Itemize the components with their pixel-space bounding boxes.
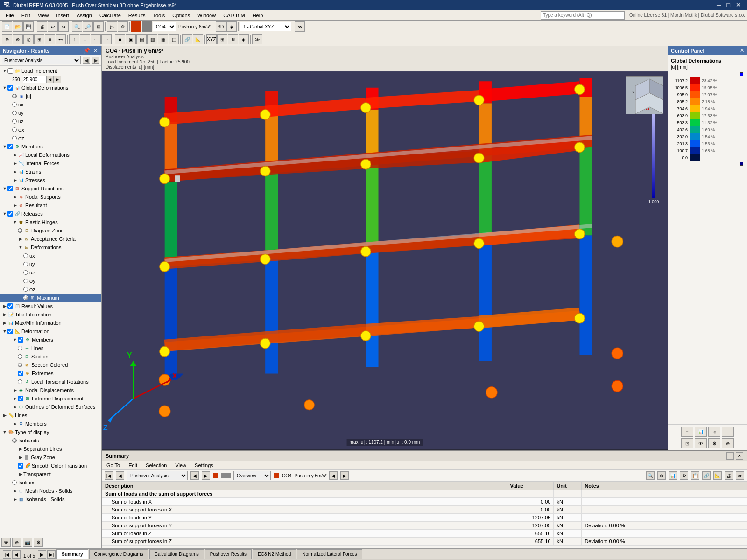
expand-icon[interactable]: ▶ <box>12 404 18 410</box>
tb-zoom-in[interactable]: 🔍 <box>72 21 82 32</box>
tb2-8[interactable]: ↓ <box>80 34 90 44</box>
tree-section[interactable]: ⊡ Section <box>0 352 101 361</box>
tb-print[interactable]: 🖨 <box>37 21 47 32</box>
expand-icon[interactable]: ▶ <box>12 421 18 427</box>
cp-btn-list[interactable]: ≋ <box>708 427 720 437</box>
nav-btn-settings[interactable]: ⚙ <box>34 538 43 547</box>
expand-icon[interactable]: ▼ <box>12 337 18 343</box>
extremes-checkbox[interactable] <box>18 371 23 376</box>
expand-icon[interactable]: ▶ <box>18 471 23 477</box>
tree-transparent[interactable]: ▶ Transparent <box>0 470 101 478</box>
expand-icon[interactable]: ▼ <box>2 211 7 217</box>
expand-icon[interactable]: ▶ <box>2 413 7 418</box>
tb-fit[interactable]: ⊞ <box>93 21 104 32</box>
window-controls[interactable]: ─ □ ✕ <box>714 0 743 10</box>
tab-ec8[interactable]: EC8 N2 Method <box>253 549 296 559</box>
tb2-more[interactable]: ≫ <box>252 34 262 44</box>
releases-checkbox[interactable] <box>7 211 13 217</box>
tree-strains[interactable]: ▶ 📊 Strains <box>0 168 101 176</box>
tree-isolines[interactable]: Isolines <box>0 478 101 487</box>
bp-analysis-select[interactable]: Pushover Analysis <box>127 471 188 480</box>
radio-phiz[interactable] <box>12 136 17 140</box>
maximize-btn[interactable]: □ <box>724 0 733 10</box>
radio-d-max[interactable] <box>23 295 28 300</box>
tree-internal-forces[interactable]: ▶ 📉 Internal Forces <box>0 159 101 168</box>
bp-co-next[interactable]: ▶ <box>340 471 349 480</box>
radio-u-abs[interactable] <box>12 94 17 98</box>
tree-extremes[interactable]: ⊕ Extremes <box>0 369 101 378</box>
load-increment-value[interactable] <box>23 76 46 83</box>
tab-pushover[interactable]: Pushover Results <box>205 549 252 559</box>
nav-btn-camera[interactable]: 📷 <box>23 538 32 547</box>
tree-global-deform[interactable]: ▼ 📊 Global Deformations <box>0 84 101 92</box>
radio-uz[interactable] <box>12 119 17 124</box>
bp-page-prev[interactable]: ◀ <box>116 471 124 480</box>
tree-deform-members[interactable]: ▼ ⚙ Members <box>0 336 101 344</box>
menu-calculate[interactable]: Calculate <box>96 12 125 19</box>
menu-cadbim[interactable]: CAD-BIM <box>219 12 248 19</box>
tree-sep-lines[interactable]: ▶ Separation Lines <box>0 445 101 453</box>
expand-icon[interactable]: ▼ <box>2 68 7 74</box>
global-deform-checkbox[interactable] <box>7 85 13 91</box>
tree-gray-zone[interactable]: ▶ ▓ Gray Zone <box>0 453 101 462</box>
radio-uy[interactable] <box>12 111 17 115</box>
radio-section[interactable] <box>18 354 22 359</box>
tree-deform-max[interactable]: ⊞ Maximum <box>0 294 101 302</box>
deform-members-checkbox[interactable] <box>18 337 23 343</box>
expand-icon[interactable]: ▶ <box>2 303 7 309</box>
bp-analysis-prev[interactable]: ◀ <box>190 471 199 480</box>
tree-uz[interactable]: uz <box>0 117 101 126</box>
tb2-18[interactable]: 📐 <box>193 34 203 44</box>
menu-assign[interactable]: Assign <box>73 12 96 19</box>
tb2-11[interactable]: ■ <box>115 34 125 44</box>
expand-icon[interactable]: ▶ <box>12 387 18 393</box>
expand-icon[interactable]: ▼ <box>12 219 18 225</box>
menu-window[interactable]: Window <box>194 12 219 19</box>
expand-icon[interactable]: ▼ <box>2 429 7 435</box>
bp-edit[interactable]: Edit <box>127 462 139 469</box>
nav-btn-eye[interactable]: 👁 <box>1 538 11 547</box>
menu-help[interactable]: Help <box>249 12 267 19</box>
expand-icon[interactable]: ▼ <box>18 245 23 250</box>
viewport[interactable]: CO4 - Push in y 6m/s² Pushover Analysis … <box>102 46 668 450</box>
tb2-20[interactable]: ≋ <box>228 34 238 44</box>
tree-section-colored[interactable]: ⊠ Section Colored <box>0 361 101 369</box>
tree-deform-section[interactable]: ▼ 📐 Deformation <box>0 327 101 336</box>
tb2-2[interactable]: ⊗ <box>13 34 23 44</box>
expand-icon[interactable]: ▼ <box>2 186 7 191</box>
bp-tb-print[interactable]: 🖨 <box>725 471 733 480</box>
radio-d-phiz[interactable] <box>23 287 28 292</box>
tree-maxmin-info[interactable]: ▶ 📊 Max/Min Information <box>0 319 101 327</box>
bp-tb-3[interactable]: 📊 <box>669 471 677 480</box>
tree-type-display[interactable]: ▼ 🎨 Type of display <box>0 428 101 436</box>
tree-nodal-disp[interactable]: ▶ ◉ Nodal Displacements <box>0 386 101 394</box>
tb2-4[interactable]: ⊞ <box>34 34 44 44</box>
tree-diagram-zone[interactable]: ⊡ Diagram Zone <box>0 226 101 235</box>
menu-file[interactable]: File <box>2 12 18 19</box>
bp-tb-4[interactable]: ⚙ <box>680 471 688 480</box>
radio-ux[interactable] <box>12 102 17 107</box>
bp-co-prev[interactable]: ◀ <box>329 471 338 480</box>
load-next[interactable]: ▶ <box>54 76 61 83</box>
expand-icon[interactable]: ▶ <box>12 194 18 200</box>
tb2-9[interactable]: ← <box>91 34 101 44</box>
tree-local-torsion[interactable]: ↺ Local Torsional Rotations <box>0 378 101 386</box>
expand-icon[interactable]: ▶ <box>18 236 23 242</box>
bp-pin-btn[interactable]: ─ <box>726 452 734 460</box>
radio-isobands[interactable] <box>12 438 17 443</box>
menu-edit[interactable]: Edit <box>18 12 34 19</box>
expand-icon[interactable]: ▶ <box>12 203 18 208</box>
tree-extreme-disp[interactable]: ▶ ⊞ Extreme Displacement <box>0 394 101 403</box>
expand-icon[interactable]: ▶ <box>2 312 7 317</box>
expand-icon[interactable]: ▶ <box>12 161 18 166</box>
bp-tb-more[interactable]: ≫ <box>736 471 744 480</box>
radio-d-uy[interactable] <box>23 262 28 266</box>
nav-next-btn[interactable]: ▶ <box>92 57 99 64</box>
page-first-btn[interactable]: |◀ <box>3 550 11 559</box>
expand-icon[interactable]: ▶ <box>18 446 23 452</box>
radio-d-ux[interactable] <box>23 253 28 258</box>
tab-calculation[interactable]: Calculation Diagrams <box>149 549 204 559</box>
menu-insert[interactable]: Insert <box>52 12 73 19</box>
expand-icon[interactable]: ▶ <box>12 177 18 183</box>
tb2-10[interactable]: → <box>101 34 112 44</box>
